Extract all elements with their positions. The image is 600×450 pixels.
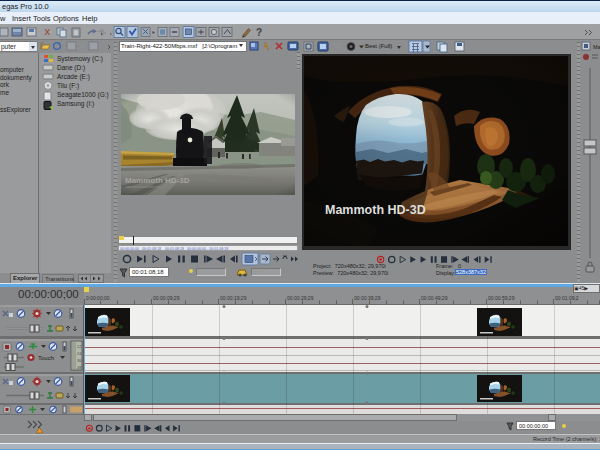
svg-text:Mammoth HD-3D: Mammoth HD-3D (325, 203, 426, 217)
svg-text:12: 12 (77, 344, 82, 349)
svg-text:Ma: Ma (593, 44, 600, 50)
svg-text:Mammoth HD-3D: Mammoth HD-3D (125, 176, 190, 185)
svg-text:36: 36 (77, 358, 82, 363)
svg-text:48: 48 (77, 365, 82, 370)
svg-text:24: 24 (77, 351, 82, 356)
svg-text:?: ? (256, 27, 262, 38)
svg-text:Touch: Touch (38, 355, 54, 361)
svg-text:www.mammothhd.com: www.mammothhd.com (125, 185, 160, 189)
